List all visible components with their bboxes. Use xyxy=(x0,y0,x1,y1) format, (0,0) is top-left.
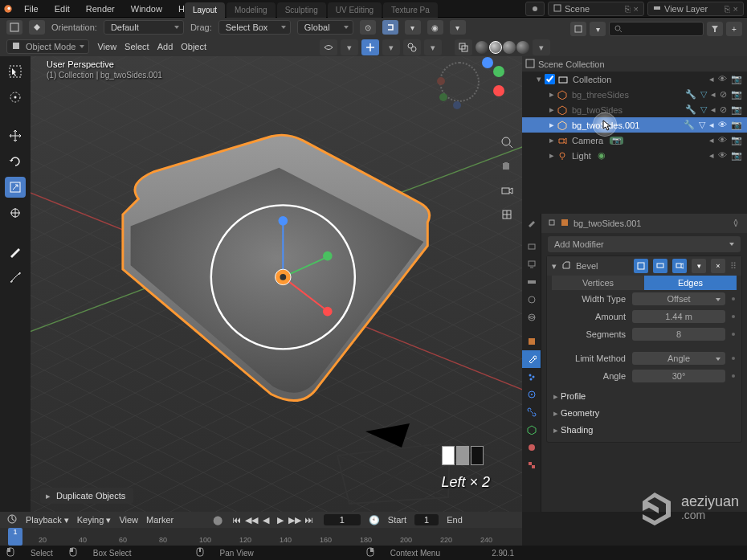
prop-tab-particles[interactable] xyxy=(522,368,541,386)
hide-render-icon[interactable]: 📷 xyxy=(731,104,742,115)
outliner-item-camera[interactable]: ▸ Camera 📷 ◂ 👁 📷 xyxy=(522,133,747,148)
editor-type-icon[interactable] xyxy=(6,20,22,35)
auto-keying-toggle-icon[interactable]: ⬤ xyxy=(213,515,222,525)
hide-viewport-icon[interactable]: ⊘ xyxy=(720,89,727,100)
outliner-display-mode[interactable] xyxy=(570,22,586,36)
axis-x-icon[interactable] xyxy=(493,85,504,96)
prop-tab-physics[interactable] xyxy=(522,386,541,403)
outliner-item-bg-threesides[interactable]: ▸ bg_threeSides 🔧 ▽ ◂ ⊘ 📷 xyxy=(522,87,747,102)
drag-handle-icon[interactable]: ⠿ xyxy=(730,261,737,272)
timeline-menu-keying[interactable]: Keying ▾ xyxy=(77,515,112,525)
transform-orientation-dropdown[interactable]: Global xyxy=(297,20,353,35)
menu-file[interactable]: File xyxy=(16,4,47,14)
snap-element-icon[interactable]: ▾ xyxy=(405,20,421,35)
modifier-icon[interactable]: 🔧 xyxy=(685,89,696,100)
disclosure-triangle-icon[interactable]: ▾ xyxy=(552,261,557,272)
outliner-scene-collection[interactable]: Scene Collection xyxy=(522,56,747,72)
tab-uv-editing[interactable]: UV Editing xyxy=(328,2,382,18)
mesh-data-icon[interactable]: ▽ xyxy=(700,89,707,100)
gizmo-toggle-icon[interactable] xyxy=(361,39,379,55)
play-icon[interactable]: ▶ xyxy=(274,514,287,525)
segments-field[interactable]: 8 xyxy=(632,328,725,341)
menu-render[interactable]: Render xyxy=(78,4,123,14)
xray-toggle-icon[interactable] xyxy=(455,39,472,55)
keyframe-dot-icon[interactable] xyxy=(732,374,735,378)
timeline-menu-marker[interactable]: Marker xyxy=(146,515,173,525)
subpanel-shading[interactable]: Shading xyxy=(553,422,735,439)
axis-neg-z-icon[interactable] xyxy=(453,101,461,109)
outliner-new-collection-icon[interactable]: + xyxy=(726,22,742,36)
collection-checkbox[interactable] xyxy=(545,74,555,84)
outliner-display-options[interactable]: ▾ xyxy=(590,22,606,36)
mesh-data-icon[interactable]: ▽ xyxy=(699,120,705,130)
select-box-tool-icon[interactable] xyxy=(5,61,26,82)
scene-selector[interactable]: Scene ⎘ × xyxy=(548,2,644,16)
proportional-falloff-icon[interactable]: ▾ xyxy=(450,20,466,35)
overlay-toggle-icon[interactable] xyxy=(403,39,421,55)
outliner-item-light[interactable]: ▸ Light ◉ ◂ 👁 📷 xyxy=(522,148,747,163)
viewport-menu-add[interactable]: Add xyxy=(157,42,173,51)
start-frame-field[interactable]: 1 xyxy=(414,514,439,525)
prop-tab-texture[interactable] xyxy=(522,456,541,474)
pan-icon[interactable] xyxy=(498,157,516,175)
mesh-data-icon[interactable]: ▽ xyxy=(700,104,707,115)
ortho-toggle-icon[interactable] xyxy=(498,206,516,223)
prop-tab-render[interactable] xyxy=(522,238,541,255)
shading-matprev-icon[interactable] xyxy=(503,41,516,54)
tab-vertices[interactable]: Vertices xyxy=(552,276,644,290)
zoom-icon[interactable] xyxy=(498,133,516,151)
prop-tab-tool[interactable] xyxy=(522,214,541,231)
hide-viewport-icon[interactable]: 👁 xyxy=(718,150,727,161)
hide-render-icon[interactable]: 📷 xyxy=(731,120,742,130)
move-tool-icon[interactable] xyxy=(5,125,26,146)
jump-prev-key-icon[interactable]: ◀◀ xyxy=(245,514,258,525)
camera-view-icon[interactable] xyxy=(498,182,516,199)
keyframe-dot-icon[interactable] xyxy=(732,315,735,318)
hide-select-icon[interactable]: ◂ xyxy=(709,150,714,161)
modifier-name[interactable]: Bevel xyxy=(576,261,629,271)
mode-dropdown[interactable]: Object Mode xyxy=(6,39,89,54)
close-icon[interactable]: × xyxy=(634,4,639,14)
prop-tab-viewlayer[interactable] xyxy=(522,273,541,291)
disclosure-triangle-icon[interactable]: ▾ xyxy=(537,74,541,84)
hide-render-icon[interactable]: 📷 xyxy=(731,89,742,100)
orientation-dropdown[interactable]: Default xyxy=(104,20,184,35)
shading-wireframe-icon[interactable] xyxy=(476,41,488,54)
proportional-edit-icon[interactable]: ◉ xyxy=(427,20,443,35)
prop-tab-material[interactable] xyxy=(522,439,541,456)
tab-layout[interactable]: Layout xyxy=(185,2,225,18)
axis-y-icon[interactable] xyxy=(493,66,504,77)
prop-tab-world[interactable] xyxy=(522,309,541,326)
subpanel-profile[interactable]: Profile xyxy=(553,388,735,405)
prop-tab-data[interactable] xyxy=(522,421,541,439)
sync-icon[interactable]: 🕙 xyxy=(369,515,380,525)
close-icon[interactable]: × xyxy=(711,259,725,273)
prop-tab-object[interactable] xyxy=(522,333,541,350)
current-frame-field[interactable]: 1 xyxy=(324,514,361,525)
hide-select-icon[interactable]: ◂ xyxy=(711,104,716,115)
modifier-icon[interactable]: 🔧 xyxy=(684,120,695,130)
close-icon[interactable]: × xyxy=(733,4,738,14)
copy-icon[interactable]: ⎘ xyxy=(625,4,631,14)
pivot-dropdown-icon[interactable] xyxy=(525,2,545,16)
outliner-filter-icon[interactable] xyxy=(707,22,723,36)
amount-field[interactable]: 1.44 m xyxy=(632,310,725,323)
copy-icon[interactable]: ⎘ xyxy=(725,4,730,14)
transform-tool-icon[interactable] xyxy=(5,202,26,223)
3d-viewport[interactable]: User Perspective (1) Collection | bg_two… xyxy=(31,56,522,512)
disclosure-triangle-icon[interactable]: ▸ xyxy=(549,150,554,161)
play-reverse-icon[interactable]: ◀ xyxy=(259,514,272,525)
prop-tab-constraints[interactable] xyxy=(522,403,541,421)
menu-window[interactable]: Window xyxy=(123,4,170,14)
angle-field[interactable]: 30° xyxy=(632,370,725,382)
snap-toggle-icon[interactable] xyxy=(382,20,398,35)
camera-object[interactable] xyxy=(329,409,458,505)
jump-first-icon[interactable]: ⏮ xyxy=(231,514,243,525)
viewlayer-selector[interactable]: View Layer ⎘ × xyxy=(647,2,744,16)
keyframe-dot-icon[interactable] xyxy=(732,297,735,300)
pin-icon[interactable] xyxy=(548,219,556,228)
timeline-editor-type-icon[interactable] xyxy=(6,513,18,526)
scale-tool-icon[interactable] xyxy=(5,177,26,198)
chevron-down-icon[interactable]: ▾ xyxy=(341,39,358,55)
pivot-point-icon[interactable]: ⊙ xyxy=(360,20,376,35)
